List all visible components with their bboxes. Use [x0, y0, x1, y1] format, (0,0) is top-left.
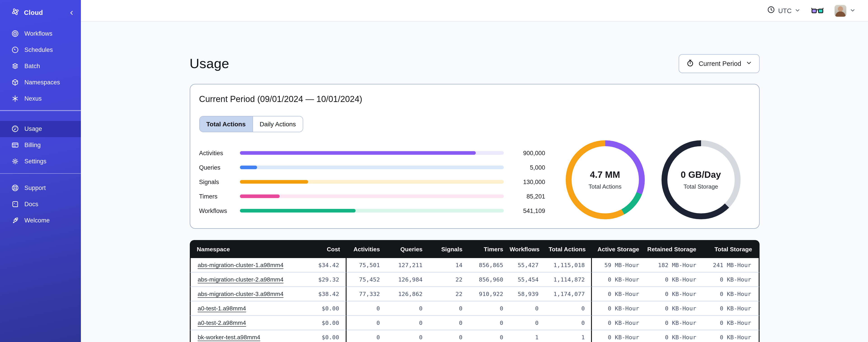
namespace-cell: a0-test-2.a98mm4 — [190, 316, 318, 330]
table-header-cell: Namespace — [190, 240, 318, 258]
account-menu[interactable] — [835, 5, 855, 16]
app-viewport: Cloud WorkflowsSchedulesBatchNamespacesN… — [0, 0, 868, 342]
welcome-icon — [11, 216, 19, 224]
table-cell: 0 — [386, 316, 429, 330]
bar-fill — [240, 209, 356, 212]
table-cell: 0 KB-Hour — [592, 273, 646, 287]
sidebar-item-label: Welcome — [24, 217, 50, 224]
sidebar-header: Cloud — [0, 0, 81, 25]
namespace-cell: a0-test-1.a98mm4 — [190, 301, 318, 316]
table-cell: 22 — [429, 273, 469, 287]
actions-tabs: Total Actions Daily Actions — [199, 116, 303, 132]
bar-label: Timers — [199, 193, 240, 200]
sidebar-collapse-button[interactable] — [69, 10, 74, 15]
table-cell: 0 — [386, 330, 429, 342]
main-area: Usage Current Period Cu — [81, 22, 868, 342]
bar-label: Workflows — [199, 207, 240, 214]
docs-icon — [11, 200, 19, 208]
tab-total-actions[interactable]: Total Actions — [199, 116, 252, 132]
sidebar-item-batch[interactable]: Batch — [0, 58, 81, 74]
table-cell: 856,865 — [469, 258, 510, 273]
sidebar-item-nexus[interactable]: Nexus — [0, 90, 81, 106]
bar-label: Signals — [199, 178, 240, 185]
settings-icon — [11, 158, 19, 165]
bar-row-queries: Queries5,000 — [199, 160, 545, 175]
namespace-link[interactable]: a0-test-1.a98mm4 — [198, 305, 246, 312]
table-cell: 1 — [545, 330, 592, 342]
sidebar-item-settings[interactable]: Settings — [0, 153, 81, 169]
sidebar-item-welcome[interactable]: Welcome — [0, 212, 81, 228]
namespace-link[interactable]: bk-worker-test.a98mm4 — [198, 334, 260, 341]
timezone-label: UTC — [778, 7, 792, 14]
namespace-link[interactable]: a0-test-2.a98mm4 — [198, 319, 246, 326]
table-cell: 22 — [429, 287, 469, 301]
sidebar-item-docs[interactable]: Docs — [0, 196, 81, 212]
total-storage-donut: 0 GB/Day Total Storage — [661, 140, 740, 219]
bar-track — [240, 166, 504, 169]
table-cell: 0 KB-Hour — [703, 287, 759, 301]
table-cell: 241 MB-Hour — [703, 258, 759, 273]
total-storage-value: 0 GB/Day — [681, 170, 721, 180]
bar-row-signals: Signals130,000 — [199, 175, 545, 189]
namespace-link[interactable]: abs-migration-cluster-2.a98mm4 — [198, 276, 283, 283]
total-actions-value: 4.7 MM — [590, 170, 620, 180]
period-dropdown-button[interactable]: Current Period — [679, 54, 759, 73]
table-cell: 55,427 — [509, 258, 545, 273]
table-cell: 1,174,077 — [545, 287, 592, 301]
tab-daily-actions[interactable]: Daily Actions — [252, 116, 303, 132]
table-cell: 0 KB-Hour — [646, 330, 703, 342]
bar-label: Activities — [199, 149, 240, 156]
table-header-cell: Activities — [346, 240, 386, 258]
avatar — [835, 5, 846, 16]
table-cell: 0 — [386, 301, 429, 316]
bar-fill — [240, 166, 257, 169]
table-cell: 0 — [346, 316, 386, 330]
sidebar-item-label: Usage — [24, 126, 42, 132]
table-cell: 0 KB-Hour — [592, 301, 646, 316]
table-cell: $38.42 — [318, 287, 346, 301]
table-cell: 58,939 — [509, 287, 545, 301]
table-cell: 0 — [429, 301, 469, 316]
sidebar-item-usage[interactable]: Usage — [0, 121, 81, 137]
bar-value: 541,109 — [504, 207, 545, 214]
billing-icon — [11, 141, 19, 149]
table-cell: 0 — [545, 301, 592, 316]
batch-icon — [11, 62, 19, 70]
sidebar-item-schedules[interactable]: Schedules — [0, 41, 81, 58]
table-header-cell: Retained Storage — [646, 240, 703, 258]
table-cell: 1,115,018 — [545, 258, 592, 273]
table-cell: 126,862 — [386, 287, 429, 301]
table-header-cell: Timers — [469, 240, 510, 258]
namespace-link[interactable]: abs-migration-cluster-3.a98mm4 — [198, 290, 283, 297]
table-row: abs-migration-cluster-1.a98mm4$34.4275,5… — [190, 258, 759, 273]
sidebar-item-workflows[interactable]: Workflows — [0, 25, 81, 41]
table-cell: 0 KB-Hour — [703, 316, 759, 330]
glasses-icon[interactable] — [811, 7, 824, 14]
bar-track — [240, 209, 504, 212]
table-cell: $0.00 — [318, 316, 346, 330]
bar-fill — [240, 151, 476, 155]
table-header-row: NamespaceCostActivitiesQueriesSignalsTim… — [190, 240, 759, 258]
sidebar-item-label: Schedules — [24, 46, 53, 53]
timezone-selector[interactable]: UTC — [767, 6, 800, 15]
table-row: a0-test-1.a98mm4$0.000000000 KB-Hour0 KB… — [190, 301, 759, 316]
bar-value: 130,000 — [504, 178, 545, 185]
table-cell: 59 MB-Hour — [592, 258, 646, 273]
table-cell: $0.00 — [318, 301, 346, 316]
table-cell: 0 KB-Hour — [703, 273, 759, 287]
brand-label: Cloud — [24, 9, 64, 16]
sidebar-item-billing[interactable]: Billing — [0, 137, 81, 153]
table-cell: 55,454 — [509, 273, 545, 287]
bar-value: 85,201 — [504, 193, 545, 200]
namespace-link[interactable]: abs-migration-cluster-1.a98mm4 — [198, 262, 283, 269]
bar-fill — [240, 180, 308, 184]
table-header-cell: Total Storage — [703, 240, 759, 258]
sidebar-item-support[interactable]: Support — [0, 179, 81, 196]
bar-row-workflows: Workflows541,109 — [199, 204, 545, 218]
sidebar-item-namespaces[interactable]: Namespaces — [0, 74, 81, 90]
sidebar-item-label: Billing — [24, 142, 41, 148]
namespaces-icon — [11, 78, 19, 86]
table-cell: 75,501 — [346, 258, 386, 273]
support-icon — [11, 184, 19, 192]
table-row: abs-migration-cluster-2.a98mm4$29.3275,4… — [190, 273, 759, 287]
